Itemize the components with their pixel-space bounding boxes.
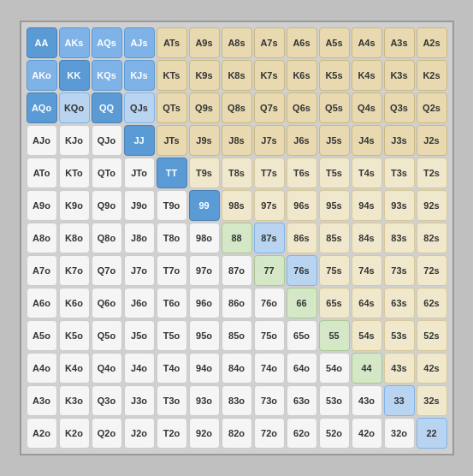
hand-cell-42s[interactable]: 42s [417, 353, 447, 384]
hand-cell-98s[interactable]: 98s [222, 190, 252, 221]
hand-cell-q2o[interactable]: Q2o [92, 418, 122, 449]
hand-cell-t3s[interactable]: T3s [384, 158, 415, 188]
hand-cell-q4o[interactable]: Q4o [92, 353, 122, 384]
hand-cell-t7o[interactable]: T7o [157, 255, 187, 286]
hand-cell-53s[interactable]: 53s [384, 320, 415, 351]
hand-cell-k8s[interactable]: K8s [222, 60, 252, 91]
hand-cell-95o[interactable]: 95o [189, 320, 220, 351]
hand-cell-a9o[interactable]: A9o [27, 190, 57, 221]
hand-cell-75s[interactable]: 75s [319, 255, 350, 286]
hand-cell-q2s[interactable]: Q2s [417, 92, 447, 123]
hand-cell-96s[interactable]: 96s [287, 190, 317, 221]
hand-cell-a7o[interactable]: A7o [27, 255, 57, 286]
hand-cell-93o[interactable]: 93o [189, 385, 220, 416]
hand-cell-j2s[interactable]: J2s [417, 125, 447, 156]
hand-cell-j9s[interactable]: J9s [189, 125, 220, 156]
hand-cell-t2s[interactable]: T2s [417, 158, 447, 188]
hand-cell-84s[interactable]: 84s [352, 223, 382, 253]
hand-cell-92o[interactable]: 92o [189, 418, 220, 449]
hand-cell-a4o[interactable]: A4o [27, 353, 57, 384]
hand-cell-kqs[interactable]: KQs [92, 60, 122, 91]
hand-cell-k2o[interactable]: K2o [59, 418, 90, 449]
hand-cell-a3o[interactable]: A3o [27, 385, 57, 416]
hand-cell-aks[interactable]: AKs [59, 27, 90, 58]
hand-cell-kto[interactable]: KTo [59, 158, 90, 188]
hand-cell-97s[interactable]: 97s [254, 190, 285, 221]
hand-cell-a6s[interactable]: A6s [287, 27, 317, 58]
hand-cell-a2o[interactable]: A2o [27, 418, 57, 449]
hand-cell-a4s[interactable]: A4s [352, 27, 382, 58]
hand-cell-a5s[interactable]: A5s [319, 27, 350, 58]
hand-cell-44[interactable]: 44 [352, 353, 382, 384]
hand-cell-85o[interactable]: 85o [222, 320, 252, 351]
hand-cell-t4o[interactable]: T4o [157, 353, 187, 384]
hand-cell-ato[interactable]: ATo [27, 158, 57, 188]
hand-cell-k5o[interactable]: K5o [59, 320, 90, 351]
hand-cell-aa[interactable]: AA [27, 27, 57, 58]
hand-cell-97o[interactable]: 97o [189, 255, 220, 286]
hand-cell-83o[interactable]: 83o [222, 385, 252, 416]
hand-cell-ako[interactable]: AKo [27, 60, 57, 91]
hand-cell-j2o[interactable]: J2o [124, 418, 155, 449]
hand-cell-a2s[interactable]: A2s [417, 27, 447, 58]
hand-cell-j7s[interactable]: J7s [254, 125, 285, 156]
hand-cell-a6o[interactable]: A6o [27, 288, 57, 318]
hand-cell-q7s[interactable]: Q7s [254, 92, 285, 123]
hand-cell-99[interactable]: 99 [189, 190, 220, 221]
hand-cell-87o[interactable]: 87o [222, 255, 252, 286]
hand-cell-77[interactable]: 77 [254, 255, 285, 286]
hand-cell-63s[interactable]: 63s [384, 288, 415, 318]
hand-cell-t4s[interactable]: T4s [352, 158, 382, 188]
hand-cell-64o[interactable]: 64o [287, 353, 317, 384]
hand-cell-k4o[interactable]: K4o [59, 353, 90, 384]
hand-cell-jto[interactable]: JTo [124, 158, 155, 188]
hand-cell-qto[interactable]: QTo [92, 158, 122, 188]
hand-cell-72o[interactable]: 72o [254, 418, 285, 449]
hand-cell-a9s[interactable]: A9s [189, 27, 220, 58]
hand-cell-95s[interactable]: 95s [319, 190, 350, 221]
hand-cell-a7s[interactable]: A7s [254, 27, 285, 58]
hand-cell-jj[interactable]: JJ [124, 125, 155, 156]
hand-cell-kqo[interactable]: KQo [59, 92, 90, 123]
hand-cell-76s[interactable]: 76s [287, 255, 317, 286]
hand-cell-ats[interactable]: ATs [157, 27, 187, 58]
hand-cell-qjs[interactable]: QJs [124, 92, 155, 123]
hand-cell-52s[interactable]: 52s [417, 320, 447, 351]
hand-cell-64s[interactable]: 64s [352, 288, 382, 318]
hand-cell-j6s[interactable]: J6s [287, 125, 317, 156]
hand-cell-66[interactable]: 66 [287, 288, 317, 318]
hand-cell-kts[interactable]: KTs [157, 60, 187, 91]
hand-cell-q9o[interactable]: Q9o [92, 190, 122, 221]
hand-cell-t6s[interactable]: T6s [287, 158, 317, 188]
hand-cell-t6o[interactable]: T6o [157, 288, 187, 318]
hand-cell-j5s[interactable]: J5s [319, 125, 350, 156]
hand-cell-j4o[interactable]: J4o [124, 353, 155, 384]
hand-cell-54o[interactable]: 54o [319, 353, 350, 384]
hand-cell-72s[interactable]: 72s [417, 255, 447, 286]
hand-cell-k3s[interactable]: K3s [384, 60, 415, 91]
hand-cell-k5s[interactable]: K5s [319, 60, 350, 91]
hand-cell-55[interactable]: 55 [319, 320, 350, 351]
hand-cell-a3s[interactable]: A3s [384, 27, 415, 58]
hand-cell-92s[interactable]: 92s [417, 190, 447, 221]
hand-cell-q5o[interactable]: Q5o [92, 320, 122, 351]
hand-cell-76o[interactable]: 76o [254, 288, 285, 318]
hand-cell-32s[interactable]: 32s [417, 385, 447, 416]
hand-cell-j3s[interactable]: J3s [384, 125, 415, 156]
hand-cell-32o[interactable]: 32o [384, 418, 415, 449]
hand-cell-qts[interactable]: QTs [157, 92, 187, 123]
hand-cell-73o[interactable]: 73o [254, 385, 285, 416]
hand-cell-88[interactable]: 88 [222, 223, 252, 253]
hand-cell-63o[interactable]: 63o [287, 385, 317, 416]
hand-cell-k9s[interactable]: K9s [189, 60, 220, 91]
hand-cell-42o[interactable]: 42o [352, 418, 382, 449]
hand-cell-k8o[interactable]: K8o [59, 223, 90, 253]
hand-cell-aqs[interactable]: AQs [92, 27, 122, 58]
hand-cell-qq[interactable]: QQ [92, 92, 122, 123]
hand-cell-22[interactable]: 22 [417, 418, 447, 449]
hand-cell-q4s[interactable]: Q4s [352, 92, 382, 123]
hand-cell-53o[interactable]: 53o [319, 385, 350, 416]
hand-cell-qjo[interactable]: QJo [92, 125, 122, 156]
hand-cell-84o[interactable]: 84o [222, 353, 252, 384]
hand-cell-k7o[interactable]: K7o [59, 255, 90, 286]
